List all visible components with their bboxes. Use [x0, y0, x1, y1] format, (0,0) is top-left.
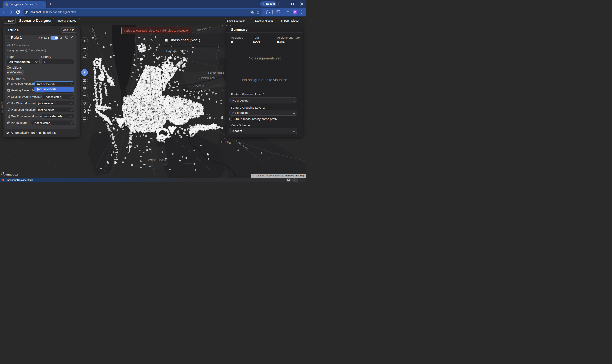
svg-text:Comstock Knoll: Comstock Knoll [199, 77, 215, 79]
svg-text:Tower Rd: Tower Rd [195, 85, 204, 87]
svg-text:Cayuga Heights: Cayuga Heights [166, 49, 188, 52]
svg-text:Taughannock Blvd: Taughannock Blvd [91, 27, 99, 46]
svg-text:文: 文 [252, 12, 254, 14]
svg-text:Forest Home: Forest Home [208, 71, 224, 74]
svg-text:EAST: EAST [222, 138, 229, 140]
svg-text:mapbox: mapbox [6, 173, 18, 176]
